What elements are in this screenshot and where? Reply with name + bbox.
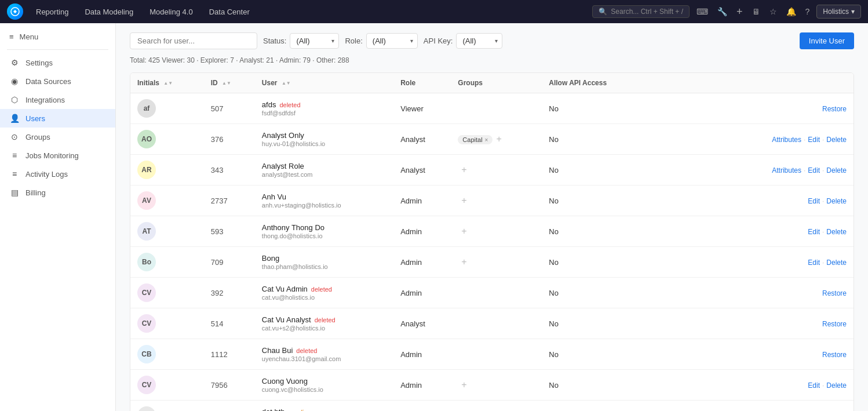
cell-id: 7956 [204, 370, 255, 401]
search-input[interactable] [130, 32, 257, 49]
search-icon: 🔍 [599, 8, 607, 16]
nav-data-center[interactable]: Data Center [206, 5, 253, 19]
menu-toggle[interactable]: ≡ Menu [0, 28, 115, 46]
status-select[interactable]: (All) Active Deleted [290, 33, 339, 49]
sidebar-item-label: Billing [25, 188, 46, 197]
main-layout: ≡ Menu ⚙ Settings ◉ Data Sources ⬡ Integ… [0, 23, 868, 411]
sidebar-item-settings[interactable]: ⚙ Settings [0, 53, 115, 72]
user-name: Cat Vu Analyst [262, 315, 311, 324]
sidebar-item-billing[interactable]: ▤ Billing [0, 183, 115, 202]
monitor-icon[interactable]: 🖥 [750, 5, 763, 19]
cell-role: Viewer [393, 401, 451, 412]
table-row: Bo709Bongthao.pham@holistics.ioAdmin+NoE… [130, 247, 854, 278]
add-group-button[interactable]: + [458, 379, 470, 391]
action-restore[interactable]: Restore [822, 105, 847, 113]
chevron-down-icon: ▾ [851, 8, 855, 16]
hamburger-icon: ≡ [9, 32, 14, 41]
add-group-button[interactable]: + [493, 133, 505, 145]
add-group-button[interactable]: + [458, 256, 470, 268]
holistics-brand-menu[interactable]: Holistics ▾ [816, 5, 861, 19]
user-name: Cat Vu Admin [262, 285, 308, 293]
cell-allow-api: No [542, 216, 648, 247]
action-delete[interactable]: Delete [826, 259, 847, 267]
star-icon[interactable]: ☆ [767, 5, 779, 19]
sort-icon[interactable]: ▲▼ [163, 81, 173, 86]
bell-icon[interactable]: 🔔 [784, 5, 798, 19]
global-search[interactable]: 🔍 Search... Ctrl + Shift + / [592, 5, 690, 18]
add-group-button[interactable]: + [458, 163, 470, 176]
action-edit[interactable]: Edit [808, 197, 820, 205]
action-separator: · [822, 228, 824, 236]
action-restore[interactable]: Restore [822, 351, 847, 359]
sidebar-item-activity-logs[interactable]: ≡ Activity Logs [0, 165, 115, 183]
plus-icon[interactable]: + [734, 3, 745, 20]
cell-allow-api: No [542, 339, 648, 370]
api-key-filter-group: API Key: (All) Yes No ▾ [424, 33, 503, 49]
sidebar-item-groups[interactable]: ⊙ Groups [0, 128, 115, 146]
sidebar-item-data-sources[interactable]: ◉ Data Sources [0, 72, 115, 90]
cell-groups: + [451, 216, 542, 247]
wrench-icon[interactable]: 🔧 [715, 5, 730, 19]
sidebar-item-jobs-monitoring[interactable]: ≡ Jobs Monitoring [0, 146, 115, 165]
table-row: CV514Cat Vu Analystdeletedcat.vu+s2@holi… [130, 308, 854, 339]
user-email: fsdf@sdfdsf [262, 110, 386, 117]
deleted-badge: deleted [279, 101, 300, 108]
action-delete[interactable]: Delete [826, 166, 847, 174]
action-restore[interactable]: Restore [822, 320, 847, 328]
api-key-select[interactable]: (All) Yes No [456, 33, 502, 49]
action-edit[interactable]: Edit [808, 228, 820, 236]
terminal-icon[interactable]: ⌨ [694, 5, 710, 19]
action-attributes[interactable]: Attributes [772, 166, 801, 174]
cell-allow-api: No [542, 186, 648, 216]
cell-actions: Attributes·Edit·Delete [649, 124, 854, 155]
user-name: Anh Vu [262, 192, 286, 201]
sidebar-item-users[interactable]: 👤 Users [0, 109, 115, 128]
data-sources-icon: ◉ [9, 77, 20, 86]
sort-icon[interactable]: ▲▼ [282, 81, 291, 86]
user-name: Bong [262, 254, 279, 263]
jobs-icon: ≡ [9, 151, 20, 160]
cell-id: 1112 [204, 339, 255, 370]
action-attributes[interactable]: Attributes [772, 136, 801, 144]
help-icon[interactable]: ? [803, 5, 812, 19]
table-row: AR343Analyst Roleanalyst@test.comAnalyst… [130, 155, 854, 186]
action-edit[interactable]: Edit [808, 136, 820, 144]
action-edit[interactable]: Edit [808, 166, 820, 174]
table-header-row: Initials ▲▼ ID ▲▼ User ▲▼ Role Groups Al… [130, 73, 854, 93]
invite-user-button[interactable]: Invite User [800, 32, 854, 49]
user-email: cat.vu@holistics.io [262, 294, 386, 301]
cell-allow-api: No [542, 155, 648, 186]
action-delete[interactable]: Delete [826, 197, 847, 205]
cell-user: Anh Vuanh.vu+staging@holistics.io [255, 186, 393, 216]
cell-allow-api: No [542, 278, 648, 308]
api-key-label: API Key: [424, 37, 453, 45]
add-group-button[interactable]: + [458, 194, 470, 206]
action-restore[interactable]: Restore [822, 289, 847, 297]
nav-modeling-40[interactable]: Modeling 4.0 [146, 5, 196, 19]
role-label: Role: [345, 37, 362, 45]
add-group-button[interactable]: + [458, 225, 470, 237]
sort-icon[interactable]: ▲▼ [222, 81, 231, 86]
brand-label: Holistics [823, 8, 849, 16]
deleted-badge: deleted [315, 317, 335, 323]
action-edit[interactable]: Edit [808, 259, 820, 267]
status-select-wrapper: (All) Active Deleted ▾ [290, 33, 339, 49]
action-separator: · [804, 136, 805, 144]
cell-user: dat bthpendingdatbth@gmail.com [255, 401, 393, 412]
search-placeholder: Search... Ctrl + Shift + / [611, 8, 683, 16]
col-groups: Groups [451, 73, 542, 93]
action-delete[interactable]: Delete [826, 136, 847, 144]
role-select[interactable]: (All) Viewer Explorer Analyst Admin [366, 33, 418, 49]
avatar: AT [137, 222, 156, 241]
nav-reporting[interactable]: Reporting [32, 5, 72, 19]
action-delete[interactable]: Delete [826, 381, 847, 390]
remove-group-button[interactable]: × [485, 137, 488, 143]
nav-data-modeling[interactable]: Data Modeling [81, 5, 137, 19]
table-row: AT593Anthony Thong Dothong.do@holistics.… [130, 216, 854, 247]
sidebar-item-integrations[interactable]: ⬡ Integrations [0, 90, 115, 109]
cell-user: Cat Vu Admindeletedcat.vu@holistics.io [255, 278, 393, 308]
action-edit[interactable]: Edit [808, 381, 820, 390]
action-delete[interactable]: Delete [826, 228, 847, 236]
cell-role: Admin [393, 247, 451, 278]
action-separator: · [822, 166, 824, 174]
